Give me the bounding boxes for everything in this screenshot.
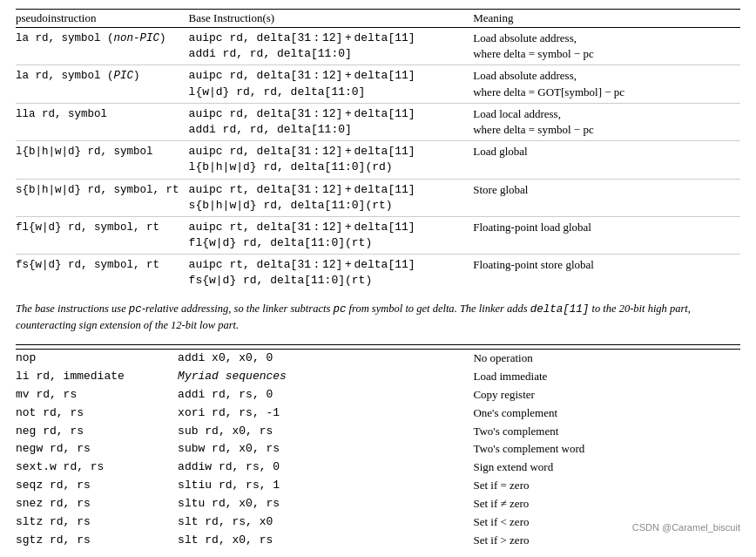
- pseudo-cell: fs{w|d} rd, symbol, rt: [16, 255, 189, 292]
- lower-pseudo-cell: not rd, rs: [16, 404, 178, 423]
- table-row: negw rd, rssubw rd, x0, rsTwo's compleme…: [16, 440, 740, 459]
- table-row: l{b|h|w|d} rd, symbolauipc rd, delta[31 …: [16, 141, 740, 179]
- table-row: s{b|h|w|d} rd, symbol, rtauipc rt, delta…: [16, 179, 740, 216]
- table-row: mv rd, rsaddi rd, rs, 0Copy register: [16, 386, 740, 404]
- lower-meaning-cell: Two's complement: [473, 423, 740, 441]
- lower-pseudo-cell: seqz rd, rs: [16, 477, 178, 495]
- lower-pseudo-cell: negw rd, rs: [16, 440, 178, 459]
- table-row: nopaddi x0, x0, 0No operation: [16, 350, 740, 368]
- lower-base-cell: subw rd, x0, rs: [178, 440, 473, 459]
- lower-base-cell: Myriad sequences: [178, 368, 473, 386]
- base-cell: auipc rt, delta[31 : 12] + delta[11]fs{w…: [189, 255, 474, 292]
- base-cell: auipc rd, delta[31 : 12] + delta[11]addi…: [189, 28, 474, 65]
- meaning-cell: Load local address,where delta = symbol …: [473, 103, 740, 140]
- table-row: lla rd, symbolauipc rd, delta[31 : 12] +…: [16, 103, 740, 140]
- base-cell: auipc rt, delta[31 : 12] + delta[11]fl{w…: [189, 216, 474, 254]
- table-row: la rd, symbol (non-PIC)auipc rd, delta[3…: [16, 28, 740, 65]
- lower-meaning-cell: Set if ≠ zero: [473, 495, 740, 513]
- table-row: seqz rd, rssltiu rd, rs, 1Set if = zero: [16, 477, 740, 495]
- pseudo-cell: fl{w|d} rd, symbol, rt: [16, 216, 189, 254]
- table-row: neg rd, rssub rd, x0, rsTwo's complement: [16, 423, 740, 441]
- lower-base-cell: addi x0, x0, 0: [178, 350, 473, 368]
- meaning-cell: Floating-point load global: [473, 216, 740, 254]
- lower-base-cell: sltiu rd, rs, 1: [178, 477, 473, 495]
- header-base: Base Instruction(s): [189, 10, 474, 28]
- base-cell: auipc rd, delta[31 : 12] + delta[11]addi…: [189, 103, 474, 140]
- table-row: snez rd, rssltu rd, x0, rsSet if ≠ zero: [16, 495, 740, 513]
- lower-base-cell: sub rd, x0, rs: [178, 423, 473, 441]
- lower-base-cell: addiw rd, rs, 0: [178, 459, 473, 477]
- lower-meaning-cell: Two's complement word: [473, 440, 740, 459]
- base-cell: auipc rd, delta[31 : 12] + delta[11]l{b|…: [189, 141, 474, 179]
- lower-pseudo-cell: li rd, immediate: [16, 368, 178, 386]
- lower-pseudo-cell: snez rd, rs: [16, 495, 178, 513]
- pseudo-cell: la rd, symbol (non-PIC): [16, 28, 189, 65]
- lower-base-cell: xori rd, rs, -1: [178, 404, 473, 423]
- base-cell: auipc rd, delta[31 : 12] + delta[11]l{w|…: [189, 65, 474, 103]
- base-cell: auipc rt, delta[31 : 12] + delta[11]s{b|…: [189, 179, 474, 216]
- pseudo-cell: l{b|h|w|d} rd, symbol: [16, 141, 189, 179]
- lower-pseudo-cell: mv rd, rs: [16, 386, 178, 404]
- lower-base-cell: addi rd, rs, 0: [178, 386, 473, 404]
- note-text: The base instructions use pc-relative ad…: [16, 297, 740, 338]
- lower-base-cell: sltu rd, x0, rs: [178, 495, 473, 513]
- meaning-cell: Store global: [473, 179, 740, 216]
- lower-pseudo-cell: neg rd, rs: [16, 423, 178, 441]
- lower-meaning-cell: Copy register: [473, 386, 740, 404]
- lower-pseudoinstruction-table: nopaddi x0, x0, 0No operationli rd, imme…: [16, 344, 740, 549]
- lower-pseudo-cell: sltz rd, rs: [16, 513, 178, 532]
- table-row: sgtz rd, rsslt rd, x0, rsSet if > zero: [16, 532, 740, 550]
- table-row: fs{w|d} rd, symbol, rtauipc rt, delta[31…: [16, 255, 740, 292]
- pseudo-cell: s{b|h|w|d} rd, symbol, rt: [16, 179, 189, 216]
- meaning-cell: Load absolute address,where delta = symb…: [473, 28, 740, 65]
- pseudo-cell: la rd, symbol (PIC): [16, 65, 189, 103]
- header-pseudo: pseudoinstruction: [16, 10, 189, 28]
- watermark: CSDN @Caramel_biscuit: [632, 522, 740, 533]
- lower-meaning-cell: Set if = zero: [473, 477, 740, 495]
- table-row: li rd, immediateMyriad sequencesLoad imm…: [16, 368, 740, 386]
- table-row: fl{w|d} rd, symbol, rtauipc rt, delta[31…: [16, 216, 740, 254]
- meaning-cell: Load global: [473, 141, 740, 179]
- lower-pseudo-cell: sgtz rd, rs: [16, 532, 178, 550]
- lower-meaning-cell: One's complement: [473, 404, 740, 423]
- lower-meaning-cell: Load immediate: [473, 368, 740, 386]
- header-meaning: Meaning: [473, 10, 740, 28]
- lower-meaning-cell: Set if > zero: [473, 532, 740, 550]
- upper-pseudoinstruction-table: pseudoinstruction Base Instruction(s) Me…: [16, 9, 740, 292]
- lower-meaning-cell: Sign extend word: [473, 459, 740, 477]
- lower-meaning-cell: No operation: [473, 350, 740, 368]
- lower-pseudo-cell: nop: [16, 350, 178, 368]
- meaning-cell: Floating-point store global: [473, 255, 740, 292]
- lower-pseudo-cell: sext.w rd, rs: [16, 459, 178, 477]
- lower-base-cell: slt rd, rs, x0: [178, 513, 473, 532]
- table-row: not rd, rsxori rd, rs, -1One's complemen…: [16, 404, 740, 423]
- pseudo-cell: lla rd, symbol: [16, 103, 189, 140]
- table-row: sext.w rd, rsaddiw rd, rs, 0Sign extend …: [16, 459, 740, 477]
- lower-base-cell: slt rd, x0, rs: [178, 532, 473, 550]
- table-row: la rd, symbol (PIC)auipc rd, delta[31 : …: [16, 65, 740, 103]
- meaning-cell: Load absolute address,where delta = GOT[…: [473, 65, 740, 103]
